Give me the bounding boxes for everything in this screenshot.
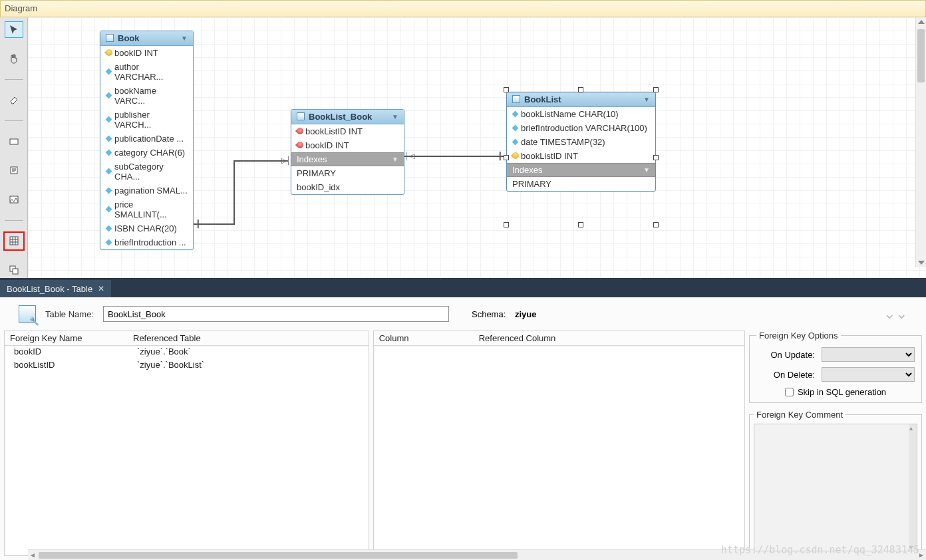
resize-handle[interactable] bbox=[504, 222, 509, 227]
tab-label: BookList_Book - Table bbox=[7, 284, 92, 294]
routine-tool[interactable] bbox=[5, 261, 23, 278]
cardinality-icon: ╢ bbox=[196, 219, 201, 227]
entity-title: BookList bbox=[524, 94, 561, 104]
editor-header: Table Name: Schema: ziyue ⌄⌄ bbox=[0, 297, 926, 331]
table-row[interactable]: bookID `ziyue`.`Book` bbox=[5, 346, 369, 359]
resize-handle[interactable] bbox=[578, 87, 583, 92]
column-icon bbox=[512, 110, 519, 117]
editor-tabstrip: BookList_Book - Table ✕ bbox=[0, 278, 926, 297]
resize-handle[interactable] bbox=[504, 155, 509, 160]
col-header-ref-table[interactable]: Referenced Table bbox=[128, 331, 206, 345]
entity-header[interactable]: BookList ▼ bbox=[507, 92, 655, 107]
fk-comment-fieldset: Foreign Key Comment bbox=[749, 410, 922, 556]
primary-key-icon bbox=[104, 48, 114, 57]
column-icon bbox=[106, 149, 112, 156]
skip-sql-checkbox[interactable] bbox=[785, 388, 794, 396]
eraser-tool[interactable] bbox=[5, 92, 23, 108]
table-name-label: Table Name: bbox=[45, 309, 94, 319]
pointer-tool[interactable] bbox=[5, 21, 23, 38]
column-icon bbox=[106, 168, 112, 175]
on-update-label: On Update: bbox=[771, 350, 816, 360]
fk-options-fieldset: Foreign Key Options On Update: On Delete… bbox=[749, 331, 922, 403]
table-row[interactable]: bookListID `ziyue`.`BookList` bbox=[5, 359, 369, 372]
close-icon[interactable]: ✕ bbox=[98, 284, 104, 293]
editor-tab[interactable]: BookList_Book - Table ✕ bbox=[0, 280, 111, 297]
fk-comment-legend: Foreign Key Comment bbox=[754, 410, 846, 420]
column-icon bbox=[106, 135, 112, 142]
cardinality-icon: │◁ bbox=[404, 152, 414, 160]
resize-handle[interactable] bbox=[653, 222, 659, 227]
resize-handle[interactable] bbox=[653, 155, 659, 160]
tool-palette bbox=[0, 17, 28, 279]
fk-comment-textarea[interactable] bbox=[754, 424, 917, 551]
workspace: Book ▼ bookID INT author VARCHAR... book… bbox=[0, 17, 926, 279]
foreign-key-icon bbox=[295, 126, 305, 136]
column-mapping: Column Referenced Column bbox=[373, 331, 745, 556]
on-delete-select[interactable] bbox=[822, 367, 915, 382]
foreign-key-list: Foreign Key Name Referenced Table bookID… bbox=[4, 331, 369, 556]
cardinality-icon: ▷│ bbox=[281, 156, 291, 165]
entity-title: Book bbox=[118, 33, 140, 43]
on-update-select[interactable] bbox=[822, 347, 915, 362]
svg-rect-0 bbox=[10, 139, 18, 144]
table-editor: Table Name: Schema: ziyue ⌄⌄ Foreign Key… bbox=[0, 297, 926, 560]
chevron-down-icon[interactable]: ▼ bbox=[392, 113, 398, 120]
col-header-fk-name[interactable]: Foreign Key Name bbox=[5, 331, 128, 345]
column-icon bbox=[106, 92, 112, 99]
table-icon bbox=[297, 112, 305, 120]
fk-options-panel: Foreign Key Options On Update: On Delete… bbox=[749, 331, 922, 556]
entity-booklist[interactable]: BookList ▼ bookListName CHAR(10) briefIn… bbox=[506, 92, 656, 192]
table-icon bbox=[19, 305, 36, 323]
column-icon bbox=[106, 206, 112, 213]
entity-booklist-book[interactable]: BookList_Book ▼ bookListID INT bookID IN… bbox=[291, 109, 404, 195]
col-header-column[interactable]: Column bbox=[374, 331, 474, 345]
indexes-section[interactable]: Indexes▼ bbox=[291, 152, 404, 166]
chevron-down-icon[interactable]: ▼ bbox=[643, 96, 650, 103]
expand-icon[interactable]: ⌄⌄ bbox=[883, 305, 907, 323]
entity-header[interactable]: Book ▼ bbox=[100, 31, 193, 46]
table-icon bbox=[512, 95, 520, 103]
skip-sql-label: Skip in SQL generation bbox=[798, 387, 886, 397]
svg-rect-3 bbox=[10, 237, 18, 245]
col-header-ref-column[interactable]: Referenced Column bbox=[474, 331, 561, 345]
column-icon bbox=[512, 124, 519, 131]
column-icon bbox=[106, 225, 112, 231]
note-tool[interactable] bbox=[5, 162, 23, 179]
ribbon-title: Diagram bbox=[5, 3, 37, 13]
vertical-scrollbar[interactable] bbox=[915, 17, 926, 268]
column-icon bbox=[512, 138, 519, 145]
schema-value: ziyue bbox=[515, 309, 537, 319]
foreign-key-icon bbox=[295, 140, 305, 150]
on-delete-label: On Delete: bbox=[774, 370, 815, 380]
layer-tool[interactable] bbox=[5, 133, 23, 150]
entity-book[interactable]: Book ▼ bookID INT author VARCHAR... book… bbox=[100, 31, 194, 250]
fk-options-legend: Foreign Key Options bbox=[756, 331, 841, 341]
primary-key-icon bbox=[511, 151, 520, 160]
resize-handle[interactable] bbox=[504, 87, 509, 92]
table-icon bbox=[106, 34, 114, 42]
column-icon bbox=[106, 116, 112, 123]
svg-rect-5 bbox=[13, 269, 18, 274]
chevron-down-icon[interactable]: ▼ bbox=[181, 35, 188, 42]
image-tool[interactable] bbox=[5, 191, 23, 208]
cardinality-icon: ╟ bbox=[498, 152, 503, 160]
diagram-canvas[interactable]: Book ▼ bookID INT author VARCHAR... book… bbox=[28, 17, 926, 279]
ribbon: Diagram bbox=[0, 0, 926, 17]
resize-handle[interactable] bbox=[653, 87, 659, 92]
entity-header[interactable]: BookList_Book ▼ bbox=[291, 110, 404, 124]
entity-title: BookList_Book bbox=[309, 112, 372, 122]
hand-tool[interactable] bbox=[5, 50, 23, 67]
new-table-tool[interactable] bbox=[5, 233, 23, 249]
schema-label: Schema: ziyue bbox=[472, 309, 536, 319]
resize-handle[interactable] bbox=[578, 222, 583, 227]
column-icon bbox=[106, 239, 112, 245]
table-name-input[interactable] bbox=[103, 306, 449, 322]
column-icon bbox=[106, 69, 112, 75]
column-icon bbox=[106, 187, 112, 194]
indexes-section[interactable]: Indexes▼ bbox=[507, 163, 655, 177]
